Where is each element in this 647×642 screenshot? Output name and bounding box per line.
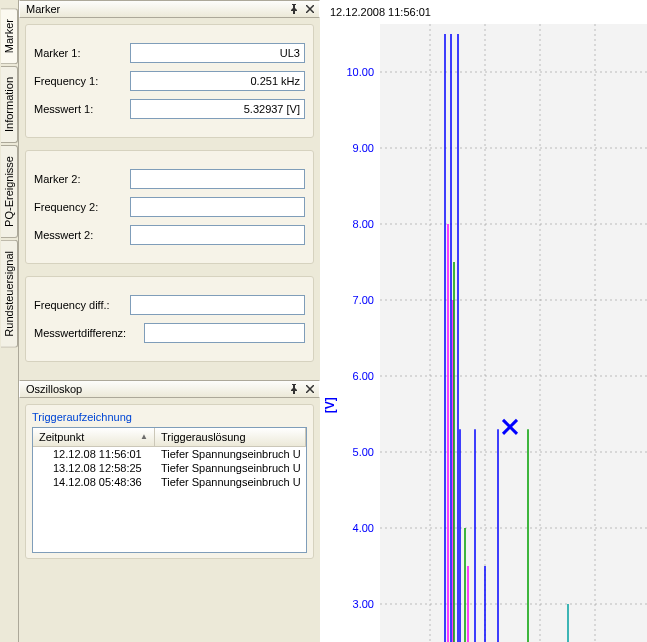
marker1-label: Marker 1: [34,47,130,59]
frequency1-label: Frequency 1: [34,75,130,87]
pin-icon[interactable] [287,382,301,396]
svg-text:6.00: 6.00 [353,370,374,382]
messwert2-input[interactable] [130,225,305,245]
close-icon[interactable] [303,382,317,396]
side-tabs: Marker Information PQ-Ereignisse Rundste… [0,0,18,642]
oszilloskop-panel-title: Oszilloskop [26,383,287,395]
close-icon[interactable] [303,2,317,16]
marker1-input[interactable] [130,43,305,63]
table-row[interactable]: 12.12.08 11:56:01Tiefer Spannungseinbruc… [33,447,306,461]
pin-icon[interactable] [287,2,301,16]
svg-text:7.00: 7.00 [353,294,374,306]
col-triggerausloesung[interactable]: Triggerauslösung [155,428,306,446]
marker-group-1: Marker 1: Frequency 1: Messwert 1: [25,24,314,138]
trigger-title: Triggeraufzeichnung [32,411,307,423]
messwert2-label: Messwert 2: [34,229,130,241]
messwertdiff-label: Messwertdifferenz: [34,327,144,339]
svg-text:3.00: 3.00 [353,598,374,610]
oszilloskop-panel: Oszilloskop Triggeraufzeichnung [19,380,320,565]
col-zeitpunkt[interactable]: Zeitpunkt ▲ [33,428,155,446]
marker-panel: Marker Marker 1: [19,0,320,380]
marker2-input[interactable] [130,169,305,189]
svg-text:10.00: 10.00 [346,66,374,78]
sort-asc-icon: ▲ [140,432,148,441]
svg-text:8.00: 8.00 [353,218,374,230]
svg-text:[V]: [V] [323,397,337,413]
marker-group-2: Marker 2: Frequency 2: Messwert 2: [25,150,314,264]
chart-timestamp: 12.12.2008 11:56:01 [330,6,431,18]
frequency-diff-input[interactable] [130,295,305,315]
table-row[interactable]: 14.12.08 05:48:36Tiefer Spannungseinbruc… [33,475,306,489]
svg-rect-0 [380,24,647,642]
svg-text:4.00: 4.00 [353,522,374,534]
tab-pq-ereignisse[interactable]: PQ-Ereignisse [1,145,18,238]
marker-group-diff: Frequency diff.: Messwertdifferenz: [25,276,314,362]
messwertdiff-input[interactable] [144,323,305,343]
frequency1-input[interactable] [130,71,305,91]
marker2-label: Marker 2: [34,173,130,185]
frequency2-label: Frequency 2: [34,201,130,213]
spectrum-chart[interactable]: 3.004.005.006.007.008.009.0010.00[V] [320,24,647,642]
svg-text:5.00: 5.00 [353,446,374,458]
trigger-list[interactable]: Zeitpunkt ▲ Triggerauslösung 12.12.08 11… [32,427,307,553]
tab-information[interactable]: Information [1,66,18,143]
table-row[interactable]: 13.12.08 12:58:25Tiefer Spannungseinbruc… [33,461,306,475]
frequency2-input[interactable] [130,197,305,217]
tab-rundsteuersignal[interactable]: Rundsteuersignal [1,240,18,348]
messwert1-input[interactable] [130,99,305,119]
svg-text:9.00: 9.00 [353,142,374,154]
tab-marker[interactable]: Marker [1,8,18,64]
messwert1-label: Messwert 1: [34,103,130,115]
marker-panel-title: Marker [26,3,287,15]
chart-area[interactable]: 12.12.2008 11:56:01 3.004.005.006.007.00… [320,0,647,642]
frequency-diff-label: Frequency diff.: [34,299,130,311]
